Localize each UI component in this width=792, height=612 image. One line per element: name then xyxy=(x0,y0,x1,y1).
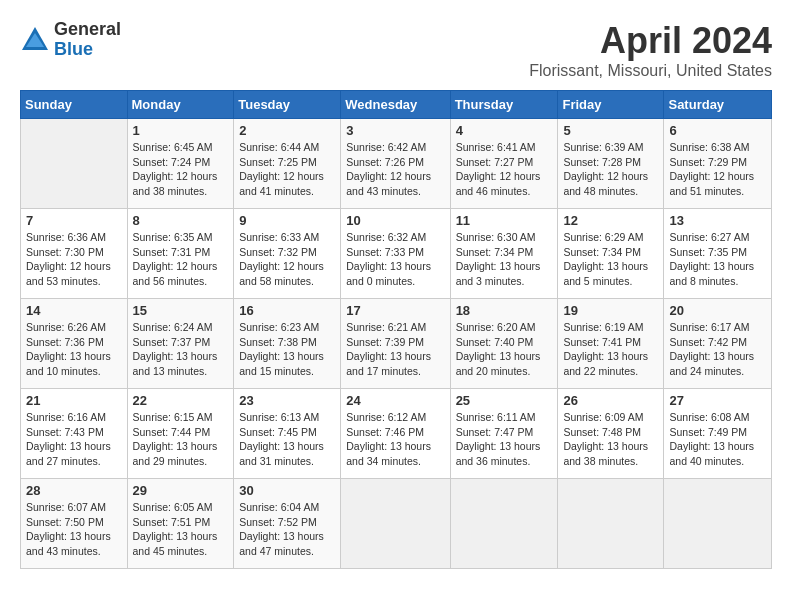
sunrise: Sunrise: 6:27 AM xyxy=(669,231,749,243)
day-number: 24 xyxy=(346,393,444,408)
calendar-day-cell: 11 Sunrise: 6:30 AM Sunset: 7:34 PM Dayl… xyxy=(450,209,558,299)
sunrise: Sunrise: 6:21 AM xyxy=(346,321,426,333)
calendar-day-cell xyxy=(450,479,558,569)
day-info: Sunrise: 6:12 AM Sunset: 7:46 PM Dayligh… xyxy=(346,410,444,469)
daylight: Daylight: 12 hours and 41 minutes. xyxy=(239,170,324,197)
daylight: Daylight: 13 hours and 5 minutes. xyxy=(563,260,648,287)
sunrise: Sunrise: 6:16 AM xyxy=(26,411,106,423)
day-number: 28 xyxy=(26,483,122,498)
day-of-week-header: Monday xyxy=(127,91,234,119)
sunrise: Sunrise: 6:07 AM xyxy=(26,501,106,513)
sunset: Sunset: 7:44 PM xyxy=(133,426,211,438)
sunrise: Sunrise: 6:36 AM xyxy=(26,231,106,243)
sunset: Sunset: 7:48 PM xyxy=(563,426,641,438)
daylight: Daylight: 12 hours and 38 minutes. xyxy=(133,170,218,197)
calendar-day-cell: 16 Sunrise: 6:23 AM Sunset: 7:38 PM Dayl… xyxy=(234,299,341,389)
daylight: Daylight: 12 hours and 53 minutes. xyxy=(26,260,111,287)
logo: General Blue xyxy=(20,20,121,60)
calendar-day-cell: 17 Sunrise: 6:21 AM Sunset: 7:39 PM Dayl… xyxy=(341,299,450,389)
day-info: Sunrise: 6:13 AM Sunset: 7:45 PM Dayligh… xyxy=(239,410,335,469)
sunrise: Sunrise: 6:38 AM xyxy=(669,141,749,153)
day-of-week-header: Saturday xyxy=(664,91,772,119)
calendar-day-cell: 22 Sunrise: 6:15 AM Sunset: 7:44 PM Dayl… xyxy=(127,389,234,479)
sunrise: Sunrise: 6:35 AM xyxy=(133,231,213,243)
sunset: Sunset: 7:24 PM xyxy=(133,156,211,168)
calendar-day-cell: 28 Sunrise: 6:07 AM Sunset: 7:50 PM Dayl… xyxy=(21,479,128,569)
sunrise: Sunrise: 6:15 AM xyxy=(133,411,213,423)
day-info: Sunrise: 6:30 AM Sunset: 7:34 PM Dayligh… xyxy=(456,230,553,289)
day-number: 27 xyxy=(669,393,766,408)
day-info: Sunrise: 6:05 AM Sunset: 7:51 PM Dayligh… xyxy=(133,500,229,559)
sunrise: Sunrise: 6:23 AM xyxy=(239,321,319,333)
sunrise: Sunrise: 6:33 AM xyxy=(239,231,319,243)
daylight: Daylight: 13 hours and 27 minutes. xyxy=(26,440,111,467)
calendar-day-cell xyxy=(558,479,664,569)
daylight: Daylight: 13 hours and 24 minutes. xyxy=(669,350,754,377)
day-of-week-header: Sunday xyxy=(21,91,128,119)
daylight: Daylight: 12 hours and 43 minutes. xyxy=(346,170,431,197)
calendar-table: SundayMondayTuesdayWednesdayThursdayFrid… xyxy=(20,90,772,569)
sunrise: Sunrise: 6:30 AM xyxy=(456,231,536,243)
daylight: Daylight: 12 hours and 46 minutes. xyxy=(456,170,541,197)
day-of-week-header: Tuesday xyxy=(234,91,341,119)
day-info: Sunrise: 6:11 AM Sunset: 7:47 PM Dayligh… xyxy=(456,410,553,469)
calendar-day-cell: 21 Sunrise: 6:16 AM Sunset: 7:43 PM Dayl… xyxy=(21,389,128,479)
sunset: Sunset: 7:41 PM xyxy=(563,336,641,348)
sunset: Sunset: 7:52 PM xyxy=(239,516,317,528)
sunset: Sunset: 7:51 PM xyxy=(133,516,211,528)
sunrise: Sunrise: 6:24 AM xyxy=(133,321,213,333)
sunset: Sunset: 7:30 PM xyxy=(26,246,104,258)
sunrise: Sunrise: 6:42 AM xyxy=(346,141,426,153)
sunset: Sunset: 7:31 PM xyxy=(133,246,211,258)
sunrise: Sunrise: 6:11 AM xyxy=(456,411,536,423)
sunrise: Sunrise: 6:09 AM xyxy=(563,411,643,423)
sunset: Sunset: 7:25 PM xyxy=(239,156,317,168)
day-number: 26 xyxy=(563,393,658,408)
sunset: Sunset: 7:35 PM xyxy=(669,246,747,258)
logo-text: General Blue xyxy=(54,20,121,60)
calendar-day-cell: 27 Sunrise: 6:08 AM Sunset: 7:49 PM Dayl… xyxy=(664,389,772,479)
sunset: Sunset: 7:28 PM xyxy=(563,156,641,168)
sunrise: Sunrise: 6:29 AM xyxy=(563,231,643,243)
day-number: 4 xyxy=(456,123,553,138)
calendar-day-cell: 1 Sunrise: 6:45 AM Sunset: 7:24 PM Dayli… xyxy=(127,119,234,209)
sunrise: Sunrise: 6:44 AM xyxy=(239,141,319,153)
calendar-day-cell: 6 Sunrise: 6:38 AM Sunset: 7:29 PM Dayli… xyxy=(664,119,772,209)
calendar-day-cell: 12 Sunrise: 6:29 AM Sunset: 7:34 PM Dayl… xyxy=(558,209,664,299)
daylight: Daylight: 13 hours and 36 minutes. xyxy=(456,440,541,467)
calendar-day-cell: 3 Sunrise: 6:42 AM Sunset: 7:26 PM Dayli… xyxy=(341,119,450,209)
day-number: 18 xyxy=(456,303,553,318)
day-info: Sunrise: 6:36 AM Sunset: 7:30 PM Dayligh… xyxy=(26,230,122,289)
day-number: 20 xyxy=(669,303,766,318)
sunrise: Sunrise: 6:26 AM xyxy=(26,321,106,333)
sunset: Sunset: 7:32 PM xyxy=(239,246,317,258)
sunrise: Sunrise: 6:13 AM xyxy=(239,411,319,423)
logo-general: General xyxy=(54,20,121,40)
daylight: Daylight: 13 hours and 34 minutes. xyxy=(346,440,431,467)
daylight: Daylight: 13 hours and 0 minutes. xyxy=(346,260,431,287)
daylight: Daylight: 13 hours and 29 minutes. xyxy=(133,440,218,467)
day-info: Sunrise: 6:32 AM Sunset: 7:33 PM Dayligh… xyxy=(346,230,444,289)
location: Florissant, Missouri, United States xyxy=(529,62,772,80)
sunrise: Sunrise: 6:12 AM xyxy=(346,411,426,423)
calendar-day-cell: 26 Sunrise: 6:09 AM Sunset: 7:48 PM Dayl… xyxy=(558,389,664,479)
day-info: Sunrise: 6:16 AM Sunset: 7:43 PM Dayligh… xyxy=(26,410,122,469)
sunrise: Sunrise: 6:05 AM xyxy=(133,501,213,513)
day-number: 23 xyxy=(239,393,335,408)
day-number: 1 xyxy=(133,123,229,138)
day-number: 13 xyxy=(669,213,766,228)
day-of-week-header: Thursday xyxy=(450,91,558,119)
daylight: Daylight: 13 hours and 22 minutes. xyxy=(563,350,648,377)
day-info: Sunrise: 6:39 AM Sunset: 7:28 PM Dayligh… xyxy=(563,140,658,199)
sunset: Sunset: 7:42 PM xyxy=(669,336,747,348)
calendar-day-cell: 13 Sunrise: 6:27 AM Sunset: 7:35 PM Dayl… xyxy=(664,209,772,299)
day-number: 19 xyxy=(563,303,658,318)
day-number: 12 xyxy=(563,213,658,228)
day-number: 21 xyxy=(26,393,122,408)
sunset: Sunset: 7:33 PM xyxy=(346,246,424,258)
calendar-day-cell xyxy=(341,479,450,569)
day-info: Sunrise: 6:38 AM Sunset: 7:29 PM Dayligh… xyxy=(669,140,766,199)
daylight: Daylight: 13 hours and 15 minutes. xyxy=(239,350,324,377)
day-number: 22 xyxy=(133,393,229,408)
day-number: 25 xyxy=(456,393,553,408)
